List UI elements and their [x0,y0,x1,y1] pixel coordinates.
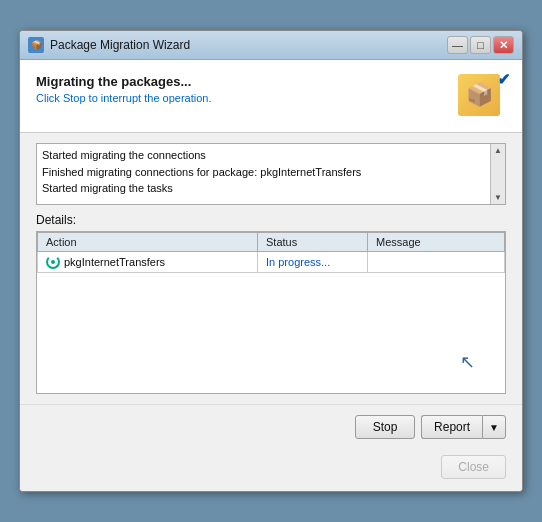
footer-close: Close [20,449,522,491]
title-bar: 📦 Package Migration Wizard — □ ✕ [20,31,522,60]
details-label: Details: [36,213,506,227]
table-row: pkgInternetTransfers In progress... [38,252,505,273]
header-icon-container: ✔ 📦 [458,74,506,122]
maximize-button[interactable]: □ [470,36,491,54]
window-title: Package Migration Wizard [50,38,190,52]
details-table: Action Status Message pkgInternetTransfe… [37,232,505,273]
stop-button[interactable]: Stop [355,415,415,439]
log-area: Started migrating the connections Finish… [36,143,506,205]
report-dropdown-arrow[interactable]: ▼ [482,415,506,439]
log-line-3: Started migrating the tasks [42,180,485,197]
title-bar-left: 📦 Package Migration Wizard [28,37,190,53]
status-text: In progress... [266,256,330,268]
header-section: Migrating the packages... Click Stop to … [20,60,522,133]
progress-spin-icon [46,255,60,269]
header-text: Migrating the packages... Click Stop to … [36,74,211,104]
col-message: Message [368,233,505,252]
minimize-button[interactable]: — [447,36,468,54]
action-name: pkgInternetTransfers [64,256,165,268]
report-button[interactable]: Report [421,415,482,439]
scroll-down-arrow[interactable]: ▼ [494,193,502,202]
log-content: Started migrating the connections Finish… [37,144,490,200]
log-line-1: Started migrating the connections [42,147,485,164]
action-cell: pkgInternetTransfers [38,252,258,273]
status-cell: In progress... [258,252,368,273]
close-button[interactable]: Close [441,455,506,479]
window-controls: — □ ✕ [447,36,514,54]
col-status: Status [258,233,368,252]
message-cell [368,252,505,273]
details-wrapper: Action Status Message pkgInternetTransfe… [36,231,506,394]
table-header-row: Action Status Message [38,233,505,252]
log-line-2: Finished migrating connections for packa… [42,164,485,181]
header-subtitle: Click Stop to interrupt the operation. [36,92,211,104]
report-split-button: Report ▼ [421,415,506,439]
scroll-up-arrow[interactable]: ▲ [494,146,502,155]
cursor-icon: ↖ [460,351,475,373]
log-scrollbar[interactable]: ▲ ▼ [490,144,505,204]
footer-buttons: Stop Report ▼ [20,404,522,449]
close-window-button[interactable]: ✕ [493,36,514,54]
col-action: Action [38,233,258,252]
empty-table-area: ↖ [37,273,505,393]
action-cell-inner: pkgInternetTransfers [46,255,249,269]
window-icon: 📦 [28,37,44,53]
header-title: Migrating the packages... [36,74,211,89]
main-body: Started migrating the connections Finish… [20,133,522,404]
wizard-graphic: 📦 [458,74,500,116]
main-window: 📦 Package Migration Wizard — □ ✕ Migrati… [19,30,523,492]
